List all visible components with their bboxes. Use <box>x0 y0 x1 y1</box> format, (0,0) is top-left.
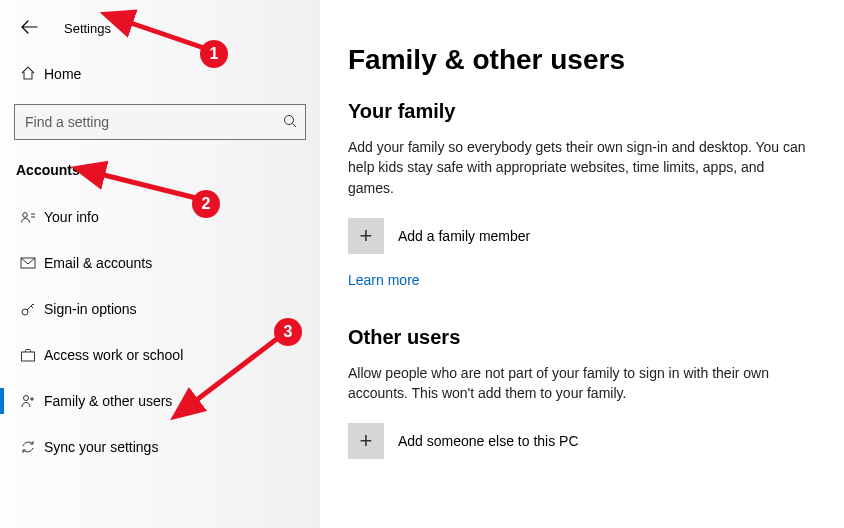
section-label: Accounts <box>0 140 320 186</box>
family-description: Add your family so everybody gets their … <box>348 137 808 198</box>
plus-icon: + <box>348 218 384 254</box>
sidebar-item-label: Access work or school <box>44 347 183 363</box>
sidebar-item-access-work-school[interactable]: Access work or school <box>0 332 320 378</box>
sidebar-item-label: Family & other users <box>44 393 172 409</box>
user-card-icon <box>20 210 44 224</box>
sidebar-item-signin-options[interactable]: Sign-in options <box>0 286 320 332</box>
add-other-user-button[interactable]: + Add someone else to this PC <box>348 423 816 459</box>
sidebar-item-label: Email & accounts <box>44 255 152 271</box>
other-users-description: Allow people who are not part of your fa… <box>348 363 808 404</box>
key-icon <box>20 301 44 317</box>
sidebar-item-sync-settings[interactable]: Sync your settings <box>0 424 320 470</box>
search-icon <box>283 114 297 131</box>
home-label: Home <box>44 66 81 82</box>
add-family-member-button[interactable]: + Add a family member <box>348 218 816 254</box>
svg-rect-7 <box>22 352 35 361</box>
search-input[interactable] <box>23 113 283 131</box>
main-content: Family & other users Your family Add you… <box>320 0 844 528</box>
learn-more-link[interactable]: Learn more <box>348 272 420 288</box>
sidebar-item-email-accounts[interactable]: Email & accounts <box>0 240 320 286</box>
nav-list: Your info Email & accounts Sign-in optio… <box>0 194 320 470</box>
page-title: Family & other users <box>348 44 816 76</box>
back-arrow-icon[interactable] <box>20 19 40 37</box>
sidebar-item-your-info[interactable]: Your info <box>0 194 320 240</box>
sidebar-item-label: Sync your settings <box>44 439 158 455</box>
header-row: Settings <box>0 8 320 48</box>
other-users-heading: Other users <box>348 326 816 349</box>
sidebar-item-label: Your info <box>44 209 99 225</box>
plus-icon: + <box>348 423 384 459</box>
svg-point-0 <box>285 115 294 124</box>
sidebar-item-label: Sign-in options <box>44 301 137 317</box>
family-heading: Your family <box>348 100 816 123</box>
svg-line-1 <box>293 123 297 127</box>
sidebar-item-family-other-users[interactable]: Family & other users <box>0 378 320 424</box>
app-title: Settings <box>64 21 111 36</box>
add-family-label: Add a family member <box>398 228 530 244</box>
search-box[interactable] <box>14 104 306 140</box>
svg-point-2 <box>23 213 28 218</box>
sidebar-item-home[interactable]: Home <box>0 54 320 94</box>
people-add-icon <box>20 393 44 409</box>
home-icon <box>20 65 44 84</box>
svg-point-8 <box>24 396 29 401</box>
sidebar: Settings Home Accounts Your info <box>0 0 320 528</box>
sync-icon <box>20 439 44 455</box>
mail-icon <box>20 257 44 269</box>
briefcase-icon <box>20 348 44 362</box>
add-other-label: Add someone else to this PC <box>398 433 579 449</box>
